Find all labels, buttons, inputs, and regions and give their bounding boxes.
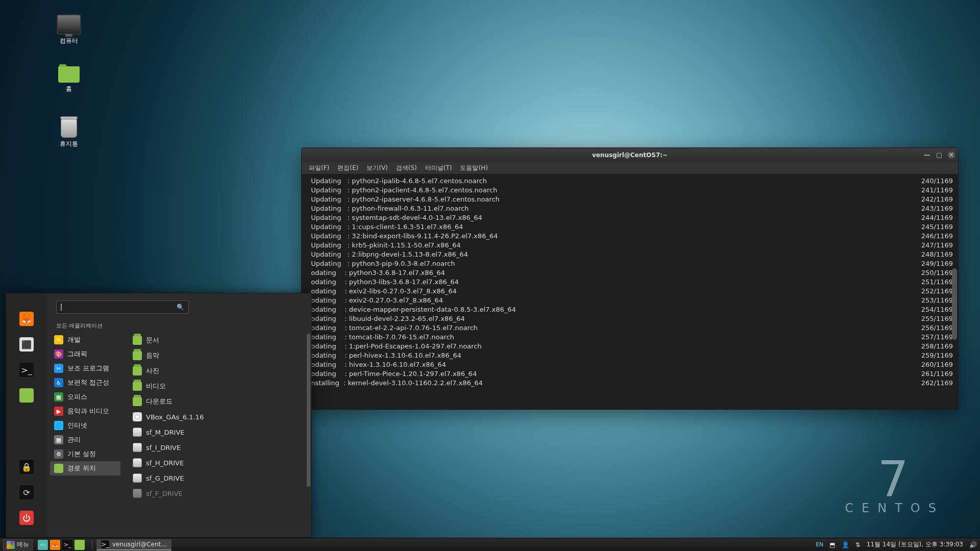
search-input[interactable]: 🔍	[56, 300, 189, 314]
place-item[interactable]: 비디오	[129, 379, 306, 394]
category-item[interactable]: ▦관리	[50, 433, 120, 447]
desktop-icon-label: 컴퓨터	[46, 37, 92, 45]
terminal-menu-item[interactable]: 터미널(T)	[425, 164, 452, 172]
category-item[interactable]: ▶음악과 비디오	[50, 404, 120, 418]
close-button[interactable]: ✕	[948, 152, 955, 159]
scrollbar-thumb[interactable]	[952, 268, 957, 340]
terminal-window[interactable]: venusgirl@CentOS7:~ — ▢ ✕ 파일(F)편집(E)보기(V…	[301, 147, 959, 410]
lock-screen-icon[interactable]: 🔒	[19, 460, 34, 474]
terminal-output-line: odating : python3-3.6.8-17.el7.x86_64250…	[307, 268, 953, 278]
category-icon: 🎨	[54, 349, 63, 359]
terminal-title: venusgirl@CentOS7:~	[592, 152, 668, 159]
terminal-menu-item[interactable]: 보기(V)	[366, 164, 388, 172]
places-column: 문서음악사진비디오다운로드VBox_GAs_6.1.16sf_M_DRIVEsf…	[124, 332, 311, 537]
update-tray-icon[interactable]: ⬒	[829, 541, 835, 548]
place-item[interactable]: 음악	[129, 348, 306, 363]
place-item[interactable]: sf_H_DRIVE	[129, 455, 306, 470]
desktop-icon-computer[interactable]: 컴퓨터	[46, 14, 92, 45]
category-item[interactable]: ♿보편적 접근성	[50, 375, 120, 390]
category-label: 인터넷	[67, 421, 87, 430]
category-item[interactable]: 🌐인터넷	[50, 418, 120, 433]
category-label: 개발	[67, 335, 81, 344]
system-software-icon[interactable]: ⬛	[19, 337, 34, 352]
taskbar-item-icon: >_	[101, 540, 109, 548]
taskbar-item[interactable]: >_venusgirl@Cent…	[96, 539, 172, 550]
branding-name: CENTOS	[845, 501, 944, 515]
category-item[interactable]: ⚙기본 설정	[50, 447, 120, 461]
user-tray-icon[interactable]: 👤	[842, 541, 849, 548]
power-icon[interactable]: ⏻	[19, 511, 34, 525]
trash-icon	[61, 118, 77, 138]
place-item[interactable]: sf_M_DRIVE	[129, 424, 306, 440]
maximize-button[interactable]: ▢	[936, 152, 943, 159]
category-icon: ▶	[54, 407, 63, 416]
disc-icon	[133, 412, 142, 421]
terminal-output-line: odating : 1:perl-Pod-Escapes-1.04-297.el…	[307, 342, 953, 351]
place-item[interactable]: 사진	[129, 363, 306, 379]
place-item[interactable]: sf_F_DRIVE	[129, 486, 306, 501]
place-label: sf_H_DRIVE	[146, 459, 184, 467]
category-label: 음악과 비디오	[67, 407, 109, 416]
category-icon: ✎	[54, 335, 63, 344]
minimize-button[interactable]: —	[923, 152, 930, 159]
category-item[interactable]: 경로 위치	[50, 461, 120, 475]
scrollbar-thumb[interactable]	[307, 334, 310, 487]
place-item[interactable]: 문서	[129, 333, 306, 348]
files-icon[interactable]	[19, 388, 34, 403]
terminal-output-line: Updating : 32:bind-export-libs-9.11.4-26…	[307, 232, 953, 241]
place-item[interactable]: VBox_GAs_6.1.16	[129, 409, 306, 424]
terminal-icon[interactable]: >_	[19, 363, 34, 377]
terminal-launcher-icon[interactable]: >_	[62, 540, 72, 550]
terminal-menu-item[interactable]: 편집(E)	[337, 164, 358, 172]
terminal-output-line: Updating : 1:cups-client-1.6.3-51.el7.x8…	[307, 222, 953, 232]
files-launcher-icon[interactable]	[75, 540, 85, 550]
category-item[interactable]: ✂보조 프로그램	[50, 361, 120, 375]
category-icon: ♿	[54, 378, 63, 387]
drive-icon	[133, 443, 142, 452]
category-item[interactable]: ▦오피스	[50, 390, 120, 404]
menu-button[interactable]: 메뉴	[3, 539, 33, 550]
category-item[interactable]: ✎개발	[50, 333, 120, 347]
home-folder-icon	[58, 66, 80, 83]
folder-icon	[133, 382, 142, 391]
keyboard-indicator[interactable]: EN	[816, 541, 823, 548]
folder-icon	[133, 336, 142, 345]
desktop-icon-label: 휴지통	[46, 140, 92, 148]
terminal-output-line: odating : perl-hivex-1.3.10-6.10.el7.x86…	[307, 351, 953, 360]
terminal-output-line: odating : device-mapper-persistent-data-…	[307, 305, 953, 314]
desktop-icon-home[interactable]: 홈	[46, 66, 92, 93]
volume-tray-icon[interactable]: 🔊	[969, 541, 977, 548]
firefox-launcher-icon[interactable]: 🦊	[50, 540, 60, 550]
search-icon: 🔍	[177, 304, 184, 311]
place-item[interactable]: sf_G_DRIVE	[129, 470, 306, 486]
terminal-output-line: Updating : python-firewall-0.6.3-11.el7.…	[307, 204, 953, 213]
menu-button-label: 메뉴	[17, 540, 29, 549]
drive-icon	[133, 428, 142, 437]
terminal-body[interactable]: Updating : python2-ipalib-4.6.8-5.el7.ce…	[302, 174, 958, 409]
category-label: 경로 위치	[67, 464, 96, 473]
terminal-output-line: odating : exiv2-libs-0.27.0-3.el7_8.x86_…	[307, 287, 953, 296]
terminal-menu-item[interactable]: 파일(F)	[309, 164, 329, 172]
firefox-icon[interactable]: 🦊	[19, 312, 34, 326]
terminal-menu-item[interactable]: 검색(S)	[396, 164, 417, 172]
terminal-output-line: Updating : python2-ipalib-4.6.8-5.el7.ce…	[307, 177, 953, 186]
terminal-output-line: Updating : python2-ipaserver-4.6.8-5.el7…	[307, 195, 953, 204]
category-item[interactable]: 🎨그래픽	[50, 347, 120, 361]
network-tray-icon[interactable]: ⇅	[855, 541, 861, 548]
all-apps-label: 모든 애플리케이션	[47, 317, 311, 332]
category-label: 보편적 접근성	[67, 378, 109, 387]
place-item[interactable]: sf_I_DRIVE	[129, 440, 306, 455]
logout-icon[interactable]: ⟳	[19, 485, 34, 499]
terminal-output-line: odating : tomcat-el-2.2-api-7.0.76-15.el…	[307, 323, 953, 333]
place-label: sf_I_DRIVE	[146, 444, 181, 452]
place-item[interactable]: 다운로드	[129, 394, 306, 409]
terminal-output-line: odating : perl-Time-Piece-1.20.1-297.el7…	[307, 369, 953, 379]
separator	[92, 540, 92, 549]
wallpaper-branding: 7 CENTOS	[845, 457, 944, 515]
terminal-menu-item[interactable]: 도움말(H)	[460, 164, 487, 172]
category-icon: ✂	[54, 364, 63, 373]
show-desktop-icon[interactable]: ▭	[38, 540, 48, 550]
desktop-icon-trash[interactable]: 휴지통	[46, 118, 92, 148]
clock[interactable]: 11월 14일 (토요일), 오후 3:39:03	[867, 540, 963, 549]
terminal-titlebar[interactable]: venusgirl@CentOS7:~ — ▢ ✕	[302, 148, 958, 162]
